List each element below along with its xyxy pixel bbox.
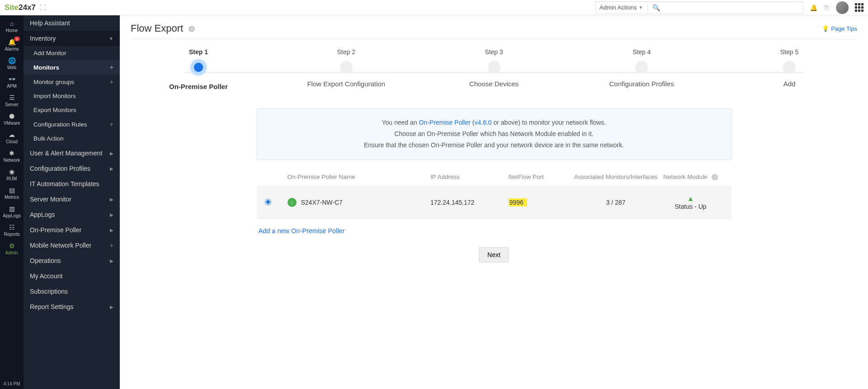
logo[interactable]: Site24x7 [5,3,36,12]
poller-name: S24X7-NW-C7 [301,199,343,206]
sidebar-add-monitor[interactable]: Add Monitor [24,46,120,60]
info-icon[interactable]: i [712,174,718,180]
sidebar-bulk-action[interactable]: Bulk Action [24,131,120,145]
rail-home[interactable]: ⌂Home [0,17,24,36]
sidebar-help-assistant[interactable]: Help Assistant [24,15,120,31]
sidebar-it-automation[interactable]: IT Automation Templates [24,176,120,192]
banner-line-1: You need an On-Premise Poller (v4.6.0 or… [268,117,720,128]
cloud-icon: ☁ [0,131,24,138]
rail-label: Metrics [5,195,19,200]
sidebar-user-alert[interactable]: User & Alert Management▶ [24,145,120,161]
admin-actions-search[interactable]: Admin Actions ▼ 🔍 [595,1,803,14]
next-button[interactable]: Next [479,247,509,262]
sidebar-item-label: Bulk Action [33,135,64,142]
chevron-right-icon: ▶ [110,258,113,263]
sidebar-report-settings[interactable]: Report Settings▶ [24,299,120,314]
banner-text: You need an [382,119,419,126]
rail-web[interactable]: 🌐Web [0,54,24,73]
poller-status: Status - Up [658,203,723,210]
page-tips-link[interactable]: 💡 Page Tips [822,25,857,32]
step-2[interactable]: Step 2 Flow Export Configuration [306,48,387,88]
plus-icon[interactable]: + [110,64,113,71]
chevron-right-icon: ▶ [110,151,113,156]
rail-apm[interactable]: 👓APM [0,73,24,91]
sidebar-item-label: Monitor groups [33,79,74,85]
info-banner: You need an On-Premise Poller (v4.6.0 or… [257,108,731,160]
sidebar-item-label: Subscriptions [30,288,68,295]
chevron-right-icon: ▶ [110,166,113,171]
apps-grid-icon[interactable] [855,3,863,12]
poller-network-module: ▲ Status - Up [658,195,723,210]
step-circle-icon [635,61,648,74]
sidebar-onprem-poller[interactable]: On-Premise Poller▶ [24,222,120,238]
step-5[interactable]: Step 5 Add [749,48,830,88]
sidebar-monitor-groups[interactable]: Monitor groups+ [24,75,120,89]
rail-label: Network [4,158,20,163]
page-title-text: Flow Export [131,23,183,34]
search-input[interactable] [663,4,799,11]
step-1[interactable]: Step 1 On-Premise Poller [158,48,239,90]
sidebar-applogs[interactable]: AppLogs▶ [24,207,120,222]
sidebar-export-monitors[interactable]: Export Monitors [24,103,120,117]
sidebar-subscriptions[interactable]: Subscriptions [24,284,120,299]
col-port-header: NetFlow Port [509,173,574,180]
chevron-down-icon: ▼ [109,36,113,41]
sidebar-config-profiles[interactable]: Configuration Profiles▶ [24,161,120,176]
logo-part-a: Site [5,3,19,12]
rail-rum[interactable]: ◉RUM [0,165,24,184]
step-3[interactable]: Step 3 Choose Devices [453,48,535,88]
sidebar-my-account[interactable]: My Account [24,268,120,284]
sidebar-item-label: Import Monitors [33,93,76,99]
rail-network[interactable]: ✱Network [0,147,24,165]
step-name: On-Premise Poller [158,83,239,90]
info-icon[interactable]: i [189,26,195,32]
plus-icon[interactable]: + [110,242,113,249]
sidebar-monitors[interactable]: Monitors+ [24,60,120,75]
col-radio-header [265,173,288,180]
admin-actions-label[interactable]: Admin Actions [599,4,637,11]
sidebar-operations[interactable]: Operations▶ [24,253,120,268]
poller-radio[interactable] [265,199,271,205]
step-name: Choose Devices [453,80,535,88]
sidebar-mobile-poller[interactable]: Mobile Network Poller+ [24,238,120,253]
page-title: Flow Export i [131,23,195,34]
sidebar-inventory[interactable]: Inventory▼ [24,31,120,46]
table-row[interactable]: ↑ S24X7-NW-C7 172.24.145.172 9996 3 / 28… [257,186,731,219]
sidebar-server-monitor[interactable]: Server Monitor▶ [24,192,120,207]
plus-icon[interactable]: + [110,78,113,85]
rail-applogs[interactable]: ▥AppLogs [0,202,24,221]
plus-icon[interactable]: + [110,121,113,128]
poller-port: 9996 [509,198,527,206]
rail-label: Reports [4,232,19,237]
rail-alarms[interactable]: 1🔔Alarms [0,36,24,54]
rail-reports[interactable]: ☷Reports [0,221,24,239]
sidebar-import-monitors[interactable]: Import Monitors [24,89,120,103]
dropdown-caret-icon: ▼ [638,5,643,10]
rail-metrics[interactable]: ▤Metrics [0,184,24,202]
vmware-icon: ⬢ [0,112,24,120]
add-poller-link[interactable]: Add a new On-Premise Poller [259,227,345,234]
help-icon[interactable]: ?⃝ [824,4,830,11]
rail-admin[interactable]: ⚙Admin [0,239,24,258]
step-number: Step 2 [306,48,387,56]
sidebar-item-label: IT Automation Templates [30,180,99,187]
rail-cloud[interactable]: ☁Cloud [0,128,24,147]
rail-server[interactable]: ☰Server [0,91,24,110]
rail-vmware[interactable]: ⬢VMware [0,110,24,128]
version-link[interactable]: v4.6.0 [474,119,491,126]
rail-label: RUM [7,176,17,181]
expand-icon[interactable]: ⛶ [39,4,46,11]
poller-table: On-Premise Poller Name IP Address NetFlo… [257,168,731,219]
rum-icon: ◉ [0,168,24,175]
step-4[interactable]: Step 4 Configuration Profiles [601,48,682,88]
notification-icon[interactable]: 🔔 [810,4,817,11]
step-circle-icon [189,58,208,76]
avatar[interactable] [836,1,849,14]
server-icon: ☰ [0,94,24,101]
col-name-header: On-Premise Poller Name [288,173,431,180]
onprem-poller-link[interactable]: On-Premise Poller [419,119,471,126]
metrics-icon: ▤ [0,187,24,194]
rail-label: Web [7,65,16,70]
rail-time: 4:14 PM [3,379,20,389]
sidebar-configuration-rules[interactable]: Configuration Rules+ [24,117,120,131]
